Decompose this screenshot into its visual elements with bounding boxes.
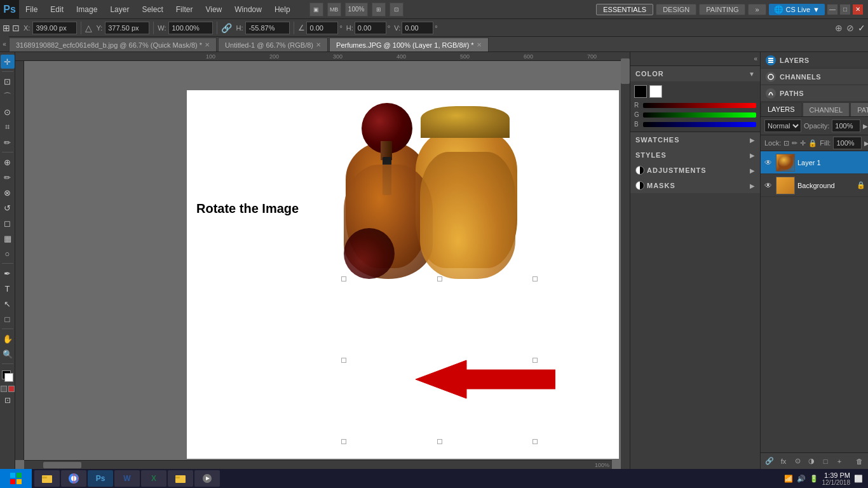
taskbar-excel[interactable]: X — [141, 470, 166, 487]
h-scroll-thumb[interactable] — [43, 462, 81, 468]
fill-input[interactable] — [833, 137, 862, 149]
eyedropper-tool[interactable]: ✏ — [1, 135, 15, 149]
v-scroll-thumb[interactable] — [621, 58, 630, 84]
menu-file[interactable]: File — [19, 0, 44, 19]
menu-select[interactable]: Select — [135, 0, 169, 19]
quick-select-tool[interactable]: ⊙ — [1, 105, 15, 119]
new-layer-btn[interactable]: + — [833, 455, 846, 468]
g-slider[interactable] — [643, 112, 756, 118]
opacity-expand-icon[interactable]: ▶ — [863, 123, 868, 130]
menu-help[interactable]: Help — [268, 0, 297, 19]
angle-input[interactable] — [306, 22, 338, 34]
tab-0-close[interactable]: ✕ — [205, 41, 210, 48]
cancel-transform-icon[interactable]: ⊘ — [846, 23, 854, 33]
color-panel-header[interactable]: COLOR ▼ — [630, 66, 760, 81]
marquee-tool[interactable]: ⊡ — [1, 74, 15, 88]
cs-live-btn[interactable]: 🌐 CS Live ▼ — [769, 4, 825, 15]
commit-transform-icon[interactable]: ✓ — [858, 23, 865, 33]
tray-volume-icon[interactable]: 🔊 — [797, 475, 806, 483]
layer-item-background[interactable]: 👁 Background 🔒 — [761, 174, 868, 197]
tab-2-close[interactable]: ✕ — [477, 41, 482, 48]
window-maximize-btn[interactable]: □ — [840, 4, 850, 15]
collapse-icon[interactable]: « — [754, 55, 757, 62]
menu-edit[interactable]: Edit — [44, 0, 70, 19]
design-btn[interactable]: DESIGN — [656, 4, 696, 15]
canvas-area[interactable]: 100 200 300 400 500 600 700 Rotate the I… — [15, 52, 621, 469]
taskbar-media[interactable] — [194, 470, 220, 487]
menu-view[interactable]: View — [199, 0, 228, 19]
fx-btn[interactable]: fx — [777, 455, 790, 468]
r-slider[interactable] — [643, 103, 756, 108]
fg-bg-colors[interactable] — [1, 369, 15, 383]
lock-image-icon[interactable]: ✏ — [792, 139, 797, 147]
lock-move-icon[interactable]: ✛ — [800, 139, 806, 147]
handle-ml[interactable] — [341, 358, 346, 363]
standard-mode-icon[interactable] — [1, 386, 7, 392]
menu-image[interactable]: Image — [70, 0, 104, 19]
screen-mode[interactable]: ⊡ — [4, 396, 11, 405]
window-close-btn[interactable]: ✕ — [853, 4, 863, 15]
h-angle-input[interactable] — [355, 22, 386, 34]
layers-tab-channel[interactable]: CHANNEL — [803, 102, 850, 116]
lasso-tool[interactable]: ⌒ — [1, 90, 15, 104]
group-btn[interactable]: □ — [819, 455, 832, 468]
tab-2[interactable]: Perfumes.JPG @ 100% (Layer 1, RGB/8#) * … — [329, 37, 489, 51]
essentials-btn[interactable]: ESSENTIALS — [596, 4, 653, 15]
tray-network-icon[interactable]: 📶 — [784, 475, 793, 483]
tab-1[interactable]: Untitled-1 @ 66.7% (RGB/8) ✕ — [218, 37, 328, 51]
menu-layer[interactable]: Layer — [104, 0, 135, 19]
taskbar-folder[interactable] — [168, 470, 193, 487]
lock-transparent-icon[interactable]: ⊡ — [783, 139, 789, 147]
layers-btn-header[interactable]: LAYERS — [761, 52, 868, 69]
show-desktop-btn[interactable]: ⬜ — [854, 475, 863, 483]
quick-mask-icon[interactable] — [8, 386, 15, 392]
handle-bc[interactable] — [437, 439, 442, 444]
menu-window[interactable]: Window — [228, 0, 268, 19]
adj-btn[interactable]: ◑ — [805, 455, 818, 468]
handle-br[interactable] — [532, 439, 538, 444]
taskbar-word[interactable]: W — [114, 470, 140, 487]
hand-tool[interactable]: ✋ — [1, 332, 15, 346]
menu-filter[interactable]: Filter — [170, 0, 200, 19]
taskbar-chrome[interactable] — [61, 470, 86, 487]
h-input[interactable] — [245, 22, 290, 34]
delete-layer-btn[interactable]: 🗑 — [853, 455, 865, 468]
type-tool[interactable]: T — [1, 281, 15, 295]
channels-btn-header[interactable]: CHANNELS — [761, 69, 868, 85]
painting-btn[interactable]: PAINTING — [699, 4, 745, 15]
v-input[interactable] — [402, 22, 433, 34]
shape-tool[interactable]: □ — [1, 312, 15, 326]
expand-btn[interactable]: » — [748, 4, 766, 15]
interpolation-icon[interactable]: ⊕ — [835, 23, 843, 33]
path-select-tool[interactable]: ↖ — [1, 297, 15, 311]
w-input[interactable] — [168, 22, 213, 34]
transform-icon[interactable]: ⊞ — [3, 23, 10, 33]
gradient-tool[interactable]: ▦ — [1, 231, 15, 245]
h-scrollbar[interactable]: 100% — [24, 460, 612, 469]
tray-battery-icon[interactable]: 🔋 — [810, 475, 818, 483]
fg-color-swatch[interactable] — [634, 85, 647, 98]
move-tool[interactable]: ✛ — [1, 55, 15, 69]
tab-1-close[interactable]: ✕ — [316, 41, 321, 48]
swatches-panel-header[interactable]: SWATCHES ▶ — [630, 132, 760, 147]
blend-mode-select[interactable]: Normal — [764, 119, 801, 132]
taskbar-photoshop[interactable]: Ps — [88, 470, 113, 487]
bg-color-swatch[interactable] — [649, 85, 662, 98]
lock-all-icon[interactable]: 🔒 — [808, 139, 817, 147]
adjustments-panel-header[interactable]: ADJUSTMENTS ▶ — [630, 163, 760, 178]
panels-toggle[interactable]: « — [0, 36, 9, 51]
pen-tool[interactable]: ✒ — [1, 266, 15, 280]
eraser-tool[interactable]: ◻ — [1, 216, 15, 230]
history-brush-tool[interactable]: ↺ — [1, 201, 15, 215]
layers-tab-paths[interactable]: PATHS — [850, 102, 868, 116]
start-button[interactable] — [0, 469, 32, 488]
bg-layer-visibility[interactable]: 👁 — [763, 180, 773, 191]
zoom-tool[interactable]: 🔍 — [1, 347, 15, 361]
tab-0[interactable]: 31689190882_ecfc061e8d_b.jpg @ 66.7% (Qu… — [9, 37, 217, 51]
background-color[interactable] — [4, 373, 13, 382]
handle-bl[interactable] — [341, 439, 346, 444]
masks-panel-header[interactable]: MASKS ▶ — [630, 178, 760, 193]
selection-icon[interactable]: ⊡ — [12, 23, 20, 33]
b-slider[interactable] — [643, 122, 756, 127]
crop-tool[interactable]: ⌗ — [1, 120, 15, 134]
